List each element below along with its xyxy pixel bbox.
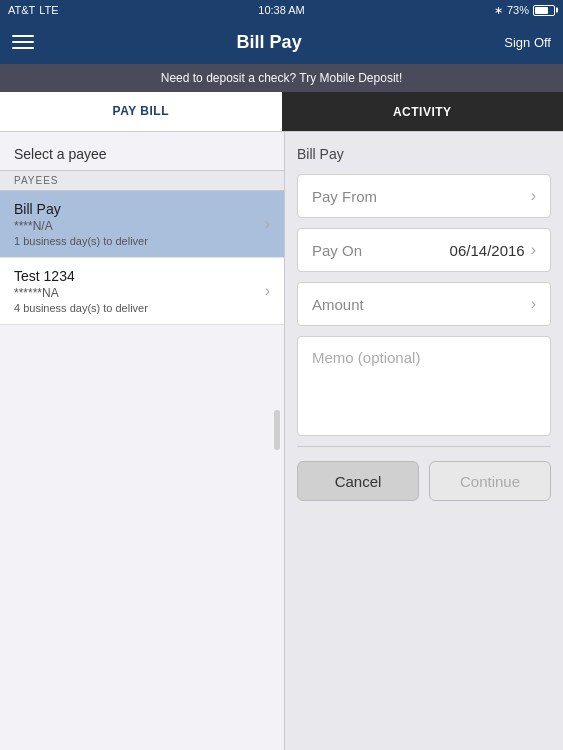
pay-on-label: Pay On — [312, 242, 362, 259]
bill-pay-section-label: Bill Pay — [297, 146, 551, 162]
payee-account-2: ******NA — [14, 286, 257, 300]
scroll-handle[interactable] — [274, 410, 280, 450]
menu-line-2 — [12, 41, 34, 43]
payee-delivery-2: 4 business day(s) to deliver — [14, 302, 257, 314]
tab-activity[interactable]: ACTIVITY — [282, 92, 564, 131]
menu-line-1 — [12, 35, 34, 37]
battery-icon — [533, 5, 555, 16]
battery-fill — [535, 7, 548, 14]
tab-activity-label: ACTIVITY — [393, 105, 452, 119]
payee-delivery-1: 1 business day(s) to deliver — [14, 235, 257, 247]
payees-section-header: PAYEES — [0, 170, 284, 191]
pay-from-field[interactable]: Pay From › — [297, 174, 551, 218]
tab-bar: PAY BILL ACTIVITY — [0, 92, 563, 132]
tab-pay-bill[interactable]: PAY BILL — [0, 92, 282, 131]
button-row: Cancel Continue — [297, 461, 551, 501]
amount-chevron-icon: › — [531, 295, 536, 313]
banner: Need to deposit a check? Try Mobile Depo… — [0, 64, 563, 92]
payee-item[interactable]: Bill Pay ****N/A 1 business day(s) to de… — [0, 191, 284, 258]
memo-field[interactable]: Memo (optional) — [297, 336, 551, 436]
status-right: ∗ 73% — [494, 4, 555, 17]
memo-placeholder: Memo (optional) — [312, 349, 420, 366]
menu-line-3 — [12, 47, 34, 49]
pay-on-value: 06/14/2016 — [450, 242, 525, 259]
payee-info-1: Bill Pay ****N/A 1 business day(s) to de… — [14, 201, 257, 247]
payee-info-2: Test 1234 ******NA 4 business day(s) to … — [14, 268, 257, 314]
payee-name-1: Bill Pay — [14, 201, 257, 217]
status-left: AT&T LTE — [8, 4, 59, 16]
carrier-label: AT&T — [8, 4, 35, 16]
status-bar: AT&T LTE 10:38 AM ∗ 73% — [0, 0, 563, 20]
chevron-right-icon: › — [265, 215, 270, 233]
nav-bar: Bill Pay Sign Off — [0, 20, 563, 64]
pay-on-field[interactable]: Pay On 06/14/2016 › — [297, 228, 551, 272]
pay-on-value-container: 06/14/2016 › — [450, 241, 536, 259]
pay-on-chevron-icon: › — [531, 241, 536, 259]
battery-percent: 73% — [507, 4, 529, 16]
left-panel: Select a payee PAYEES Bill Pay ****N/A 1… — [0, 132, 285, 750]
divider — [297, 446, 551, 447]
select-payee-label: Select a payee — [14, 146, 107, 162]
status-time: 10:38 AM — [258, 4, 304, 16]
banner-message: Need to deposit a check? Try Mobile Depo… — [161, 71, 402, 85]
page-title: Bill Pay — [237, 32, 302, 53]
bluetooth-icon: ∗ — [494, 4, 503, 17]
select-payee-header: Select a payee — [0, 132, 284, 170]
payee-account-1: ****N/A — [14, 219, 257, 233]
payees-header-label: PAYEES — [14, 175, 59, 186]
menu-button[interactable] — [12, 35, 34, 49]
payee-name-2: Test 1234 — [14, 268, 257, 284]
network-label: LTE — [39, 4, 58, 16]
continue-button[interactable]: Continue — [429, 461, 551, 501]
pay-from-chevron-icon: › — [531, 187, 536, 205]
amount-label: Amount — [312, 296, 364, 313]
amount-field[interactable]: Amount › — [297, 282, 551, 326]
payee-item[interactable]: Test 1234 ******NA 4 business day(s) to … — [0, 258, 284, 325]
sign-out-button[interactable]: Sign Off — [504, 35, 551, 50]
tab-pay-bill-label: PAY BILL — [113, 104, 169, 118]
right-panel: Bill Pay Pay From › Pay On 06/14/2016 › … — [285, 132, 563, 750]
cancel-button[interactable]: Cancel — [297, 461, 419, 501]
main-content: Select a payee PAYEES Bill Pay ****N/A 1… — [0, 132, 563, 750]
chevron-right-icon: › — [265, 282, 270, 300]
pay-from-label: Pay From — [312, 188, 377, 205]
